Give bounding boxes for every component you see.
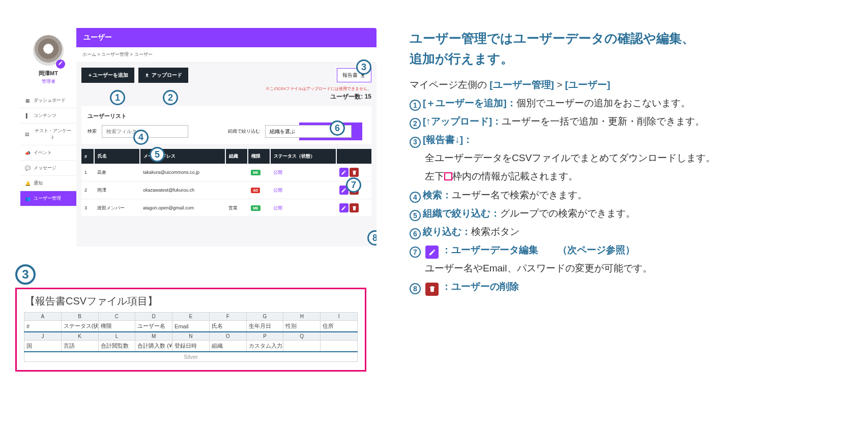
th-org[interactable]: 組織 bbox=[225, 149, 248, 164]
sheet-col-header: C bbox=[98, 313, 135, 321]
doc-heading-line1: ユーザー管理ではユーザーデータの確認や編集、 bbox=[410, 31, 695, 45]
upload-button[interactable]: アップロード bbox=[138, 68, 188, 83]
sheet-col-header: M bbox=[135, 332, 172, 341]
th-role[interactable]: 権限 bbox=[248, 149, 270, 164]
sheet-cell: 組織 bbox=[209, 341, 246, 352]
th-name[interactable]: 氏名 bbox=[94, 149, 140, 164]
nav-list: ▦ダッシュボード ▍コンテンツ ▤テスト・アンケート 📣イベント 💬メッセージ … bbox=[20, 93, 76, 206]
sheet-cell: ステータス(状 bbox=[61, 321, 98, 332]
nav-label: メッセージ bbox=[34, 165, 56, 171]
sheet-cell: ユーザー名 bbox=[135, 321, 172, 332]
megaphone-icon: 📣 bbox=[24, 150, 31, 156]
sheet-cell: カスタム入力項目１ bbox=[246, 341, 283, 352]
cell-org bbox=[225, 164, 248, 181]
csv-warning: ※このCSVファイルはアップロードには使用できません。 bbox=[81, 86, 371, 91]
sheet-cell bbox=[321, 341, 358, 352]
nav-notify[interactable]: 🔔通知 bbox=[20, 176, 76, 191]
doc-item-7a: ユーザー名やEmail、パスワードの変更が可能です。 bbox=[410, 259, 853, 278]
doc-i1-b: [＋ユーザーを追加]： bbox=[423, 98, 516, 108]
sheet-col-header: D bbox=[135, 313, 172, 321]
cell-role: AD bbox=[248, 181, 270, 199]
sheet-col-header: B bbox=[61, 313, 98, 321]
sheet-cell: Email bbox=[172, 321, 210, 332]
doc-i6-b: 絞り込む： bbox=[423, 226, 471, 237]
nav-contents[interactable]: ▍コンテンツ bbox=[20, 108, 76, 124]
edit-button[interactable] bbox=[339, 203, 349, 212]
nav-label: ダッシュボード bbox=[34, 97, 66, 104]
doc-intro-b1: [ユーザー管理] bbox=[489, 79, 554, 90]
doc-i3-t2b: 枠内の情報が記載されます。 bbox=[452, 171, 578, 181]
sheet-cell: 合計購入数 (¥ bbox=[135, 341, 172, 352]
nav-event[interactable]: 📣イベント bbox=[20, 145, 76, 161]
th-status[interactable]: ステータス（状態） bbox=[270, 149, 336, 164]
cell-email: takakura@uicommons.co.jp bbox=[140, 164, 225, 181]
callout-7: 7 bbox=[346, 177, 361, 193]
sheet-cell: # bbox=[24, 321, 62, 332]
people-icon: 👥 bbox=[24, 196, 31, 202]
sheet-col-header: E bbox=[172, 313, 210, 321]
upload-label: アップロード bbox=[152, 72, 182, 79]
cell-email: okazawatest@fukurou.ch bbox=[140, 181, 225, 199]
cell-role: ME bbox=[248, 199, 270, 217]
doc-item-3a: 全ユーザーデータをCSVファイルでまとめてダウンロードします。 bbox=[410, 149, 853, 167]
role-badge: AD bbox=[251, 188, 260, 193]
filter-title: ユーザーリスト bbox=[88, 112, 365, 120]
sheet-cell: 住所 bbox=[321, 321, 358, 332]
nav-test[interactable]: ▤テスト・アンケート bbox=[20, 124, 76, 145]
doc-i1-t: 個別でユーザーの追加をおこないます。 bbox=[516, 98, 690, 108]
book-icon: ▍ bbox=[24, 113, 31, 119]
cell-status: 公開 bbox=[270, 181, 336, 199]
sheet-cell: 性別 bbox=[283, 321, 321, 332]
cell-status: 公開 bbox=[270, 164, 336, 181]
table-head: # 氏名 メールアドレス 組織 権限 ステータス（状態） bbox=[81, 149, 371, 164]
cell-num: 1 bbox=[81, 164, 94, 181]
edit-button[interactable] bbox=[339, 168, 349, 177]
sheet-cell: 氏名 bbox=[209, 321, 246, 332]
sheet-col-header: L bbox=[98, 332, 135, 341]
role-badge: ME bbox=[251, 205, 261, 211]
csv-section: 3 【報告書CSVファイル項目】 ABCDEFGHI #ステータス(状権限ユーザ… bbox=[15, 264, 366, 372]
page-title: ユーザー bbox=[76, 28, 377, 47]
sheet-col-header: P bbox=[246, 332, 283, 341]
doc-heading: ユーザー管理ではユーザーデータの確認や編集、 追加が行えます。 bbox=[410, 28, 853, 69]
upload-icon bbox=[144, 73, 150, 78]
doc-item-2: 2[↑アップロード]：ユーザーを一括で追加・更新・削除できます。 bbox=[410, 112, 853, 131]
search-label: 検索 bbox=[88, 128, 97, 135]
sheet-cell bbox=[283, 341, 321, 352]
cell-role: ME bbox=[248, 164, 270, 181]
nav-dashboard[interactable]: ▦ダッシュボード bbox=[20, 93, 76, 108]
csv-silver: Silver bbox=[24, 352, 358, 362]
nav-user-mgmt[interactable]: 👥ユーザー管理 bbox=[20, 191, 76, 206]
th-num[interactable]: # bbox=[81, 149, 94, 164]
doc-i4-t: ユーザー名で検索ができます。 bbox=[452, 190, 587, 200]
delete-button[interactable] bbox=[350, 168, 359, 177]
csv-sheet: ABCDEFGHI #ステータス(状権限ユーザー名Email氏名生年月日性別住所… bbox=[24, 312, 358, 362]
bell-icon: 🔔 bbox=[24, 180, 31, 187]
add-user-button[interactable]: ＋ユーザーを追加 bbox=[81, 68, 134, 83]
csv-title: 【報告書CSVファイル項目】 bbox=[25, 294, 358, 308]
nav-label: コンテンツ bbox=[34, 112, 56, 119]
sheet-col-header: G bbox=[246, 313, 283, 321]
doc-item-4: 4検索：ユーザー名で検索ができます。 bbox=[410, 186, 853, 204]
csv-badge-3: 3 bbox=[15, 264, 36, 285]
screenshot-sidebar: 岡澤MT 管理者 ▦ダッシュボード ▍コンテンツ ▤テスト・アンケート 📣イベン… bbox=[20, 28, 76, 247]
nav-message[interactable]: 💬メッセージ bbox=[20, 161, 76, 176]
sheet-col-header: I bbox=[321, 313, 358, 321]
avatar-edit-button[interactable] bbox=[56, 59, 65, 69]
table-row: 3渡部メンバーatagon.open@gmail.com営業ME公開 bbox=[81, 199, 371, 217]
doc-i6-t: 検索ボタン bbox=[471, 226, 519, 237]
delete-button[interactable] bbox=[350, 203, 359, 212]
sheet-col-header: H bbox=[283, 313, 321, 321]
doc-i5-t: グループでの検索ができます。 bbox=[500, 208, 635, 219]
callout-3: 3 bbox=[356, 59, 371, 75]
doc-item-8: 8 ：ユーザーの削除 bbox=[410, 278, 853, 296]
cell-num: 2 bbox=[81, 181, 94, 199]
sheet-cell: 権限 bbox=[98, 321, 135, 332]
red-box-icon bbox=[444, 172, 452, 180]
edit-icon bbox=[425, 246, 439, 259]
doc-intro-gt: > bbox=[557, 79, 565, 90]
cell-name: 高倉 bbox=[94, 164, 140, 181]
nav-label: テスト・アンケート bbox=[33, 128, 72, 141]
doc-i2-t: ユーザーを一括で追加・更新・削除できます。 bbox=[502, 116, 705, 127]
cell-email: atagon.open@gmail.com bbox=[140, 199, 225, 217]
